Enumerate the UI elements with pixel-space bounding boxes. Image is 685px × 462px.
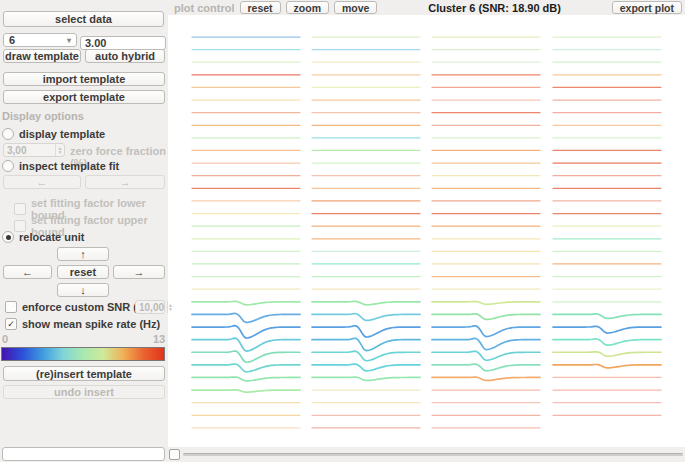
radio-icon [2,128,14,140]
relocate-unit-label: relocate unit [19,231,84,243]
threshold-input[interactable] [80,36,166,50]
radio-selected-icon [2,231,14,243]
waveform-trace [312,351,420,361]
display-template-radio[interactable]: display template [2,128,105,140]
waveform-trace [192,364,300,372]
show-rate-label: show mean spike rate (Hz) [22,318,160,330]
waveform-trace [553,364,661,367]
checkbox-icon [5,301,17,313]
plot-title: Cluster 6 (SNR: 18.90 dB) [428,2,561,14]
import-template-button[interactable]: import template [3,72,165,86]
relocate-unit-radio[interactable]: relocate unit [2,231,84,243]
waveform-trace [192,377,300,381]
inspect-template-fit-radio[interactable]: inspect template fit [2,160,119,172]
display-options-heading: Display options [2,110,84,122]
auto-hybrid-button[interactable]: auto hybrid [85,49,165,63]
undo-insert-button[interactable]: undo insert [3,385,165,399]
plot-control-label: plot control [174,2,235,14]
export-template-button[interactable]: export template [3,90,165,104]
waveform-trace [192,390,300,392]
horizontal-slider-groove[interactable] [183,453,683,456]
chevron-down-icon: ▾ [67,36,71,45]
waveform-trace [192,326,300,338]
waveform-trace [553,326,661,333]
move-right-button[interactable]: → [113,265,165,279]
waveform-trace [192,301,300,304]
colorbar-max-label: 13 [153,333,165,345]
waveform-trace [192,338,300,351]
waveform-plot-area[interactable] [168,15,685,447]
waveform-trace [312,326,420,337]
plot-reset-button[interactable]: reset [240,1,281,14]
fit-next-button[interactable]: → [85,175,165,189]
radio-icon [2,160,14,172]
waveform-trace [553,352,661,357]
colorbar-gradient [1,347,165,361]
waveform-trace [312,377,420,380]
status-input[interactable] [2,447,165,461]
waveform-trace [432,351,540,360]
waveform-trace [312,314,420,321]
waveform-trace [432,314,540,320]
plot-move-button[interactable]: move [334,1,377,14]
waveform-trace [312,338,420,350]
app-window: select data 6 ▾ draw template auto hybri… [0,0,685,462]
waveform-trace [432,338,540,349]
sidebar: select data 6 ▾ draw template auto hybri… [0,0,168,462]
show-rate-checkbox[interactable]: ✓ show mean spike rate (Hz) [5,318,160,330]
draw-template-button[interactable]: draw template [3,49,81,63]
spinner-arrows-icon[interactable]: ▲▼ [55,144,64,156]
spinner-arrows-icon[interactable]: ▲▼ [167,301,173,313]
waveform-trace [432,377,540,380]
zero-force-spinbox[interactable]: 3,00 ▲▼ [3,143,65,157]
plot-zoom-button[interactable]: zoom [286,1,329,14]
waveform-plot[interactable] [168,15,685,447]
checkbox-checked-icon: ✓ [5,318,17,330]
horizontal-scroll-area [168,447,685,462]
snr-value: 10,00 [136,301,167,313]
waveform-trace [312,364,420,371]
fit-prev-button[interactable]: ← [3,175,81,189]
plot-control-bar: plot control reset zoom move Cluster 6 (… [168,0,685,15]
waveform-trace [192,313,300,322]
waveform-trace [432,364,540,371]
waveform-trace [432,302,540,305]
relocate-reset-button[interactable]: reset [57,265,109,279]
horizontal-slider-handle[interactable] [169,449,180,460]
colorbar-min-label: 0 [2,333,8,345]
waveform-trace [553,339,661,345]
cluster-select[interactable]: 6 ▾ [3,33,77,47]
export-plot-button[interactable]: export plot [612,1,682,14]
move-left-button[interactable]: ← [3,265,52,279]
reinsert-template-button[interactable]: (re)insert template [3,366,165,381]
zero-force-value: 3,00 [4,144,55,156]
waveform-trace [192,351,300,362]
waveform-trace [432,326,540,337]
select-data-button[interactable]: select data [3,11,164,27]
display-template-label: display template [19,128,105,140]
waveform-trace [553,314,661,319]
move-up-button[interactable]: ↑ [57,247,109,261]
snr-spinbox[interactable]: 10,00 ▲▼ [135,300,165,314]
waveform-trace [312,301,420,304]
move-down-button[interactable]: ↓ [57,283,109,297]
cluster-select-value: 6 [9,34,15,46]
inspect-template-fit-label: inspect template fit [19,160,119,172]
